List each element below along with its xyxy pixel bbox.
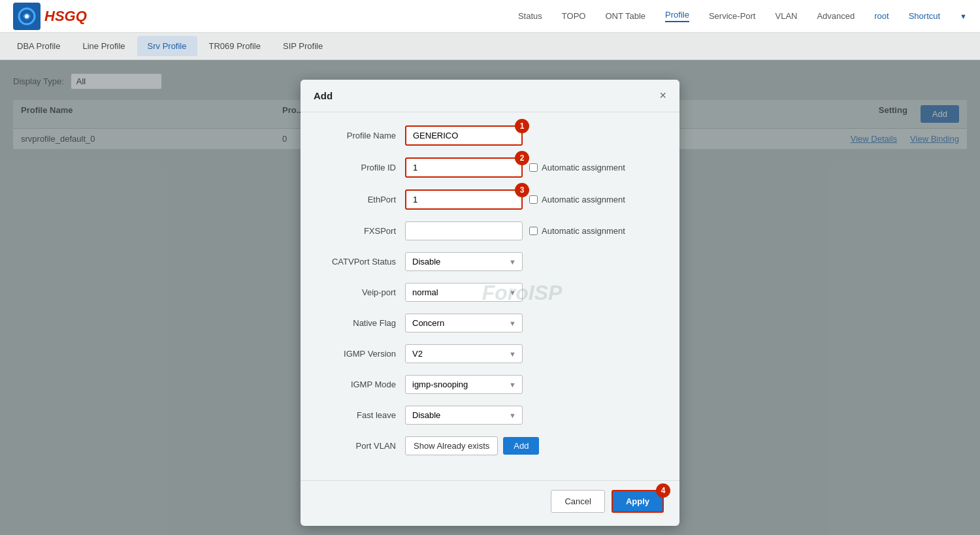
fxs-port-input[interactable] bbox=[405, 221, 523, 240]
veip-port-row: Veip-port normal other ▼ ForoISP bbox=[320, 283, 660, 302]
top-nav: HSGQ Status TOPO ONT Table Profile Servi… bbox=[0, 0, 980, 33]
step-badge-4: 4 bbox=[656, 483, 670, 498]
profile-id-wrapper: 2 bbox=[405, 157, 523, 178]
nav-links: Status TOPO ONT Table Profile Service-Po… bbox=[518, 10, 967, 22]
nav-arrow: ▼ bbox=[960, 12, 967, 20]
modal-body: Profile Name 1 Profile ID 2 Auto bbox=[301, 112, 679, 480]
profile-id-label: Profile ID bbox=[320, 163, 405, 172]
nav-profile[interactable]: Profile bbox=[665, 10, 689, 22]
igmp-mode-select[interactable]: igmp-snooping igmp-proxy igmp-host bbox=[405, 375, 523, 394]
logo-text: HSGQ bbox=[44, 8, 87, 25]
step-badge-1: 1 bbox=[515, 119, 529, 133]
eth-port-auto-group: Automatic assignment bbox=[529, 195, 625, 204]
catv-port-status-label: CATVPort Status bbox=[320, 257, 405, 267]
fast-leave-select[interactable]: Disable Enable bbox=[405, 406, 523, 425]
fxs-port-auto-checkbox[interactable] bbox=[529, 227, 538, 235]
fxs-port-auto-group: Automatic assignment bbox=[529, 226, 625, 236]
modal-overlay: Add × Profile Name 1 Profile ID bbox=[0, 60, 980, 535]
catv-port-status-select[interactable]: Disable Enable bbox=[405, 252, 523, 271]
veip-port-wrapper: normal other ▼ bbox=[405, 283, 523, 302]
igmp-mode-row: IGMP Mode igmp-snooping igmp-proxy igmp-… bbox=[320, 375, 660, 394]
eth-port-wrapper: 3 bbox=[405, 189, 523, 210]
fxs-port-auto-label: Automatic assignment bbox=[542, 226, 625, 236]
nav-root[interactable]: root bbox=[874, 11, 889, 21]
port-vlan-label: Port VLAN bbox=[320, 441, 405, 451]
tab-bar: DBA Profile Line Profile Srv Profile TR0… bbox=[0, 33, 980, 60]
profile-name-input[interactable] bbox=[405, 125, 523, 146]
modal-close-button[interactable]: × bbox=[659, 89, 666, 103]
profile-id-row: Profile ID 2 Automatic assignment bbox=[320, 157, 660, 178]
profile-id-auto-checkbox[interactable] bbox=[529, 163, 538, 172]
eth-port-label: EthPort bbox=[320, 195, 405, 204]
step-badge-3: 3 bbox=[515, 183, 529, 197]
tab-srv-profile[interactable]: Srv Profile bbox=[137, 36, 197, 56]
eth-port-input[interactable] bbox=[405, 189, 523, 210]
native-flag-label: Native Flag bbox=[320, 318, 405, 328]
port-vlan-controls: Show Already exists Add bbox=[405, 436, 539, 455]
eth-port-auto-label: Automatic assignment bbox=[542, 195, 625, 204]
modal-title: Add bbox=[314, 90, 333, 101]
profile-name-wrapper: 1 bbox=[405, 125, 523, 146]
profile-name-row: Profile Name 1 bbox=[320, 125, 660, 146]
veip-port-select[interactable]: normal other bbox=[405, 283, 523, 302]
tab-sip-profile[interactable]: SIP Profile bbox=[272, 36, 333, 56]
profile-id-input[interactable] bbox=[405, 157, 523, 178]
fxs-port-row: FXSPort Automatic assignment bbox=[320, 221, 660, 240]
tab-tr069-profile[interactable]: TR069 Profile bbox=[199, 36, 271, 56]
igmp-mode-label: IGMP Mode bbox=[320, 380, 405, 389]
port-vlan-row: Port VLAN Show Already exists Add bbox=[320, 436, 660, 455]
eth-port-row: EthPort 3 Automatic assignment bbox=[320, 189, 660, 210]
profile-id-auto-group: Automatic assignment bbox=[529, 163, 625, 172]
igmp-version-label: IGMP Version bbox=[320, 349, 405, 359]
tab-line-profile[interactable]: Line Profile bbox=[72, 36, 135, 56]
modal-footer: Cancel Apply 4 bbox=[301, 480, 679, 526]
veip-port-label: Veip-port bbox=[320, 287, 405, 297]
igmp-version-wrapper: V1 V2 V3 ▼ bbox=[405, 344, 523, 363]
native-flag-wrapper: Concern No Concern ▼ bbox=[405, 314, 523, 332]
eth-port-auto-checkbox[interactable] bbox=[529, 195, 538, 204]
fxs-port-label: FXSPort bbox=[320, 226, 405, 236]
profile-id-auto-label: Automatic assignment bbox=[542, 163, 625, 172]
nav-advanced[interactable]: Advanced bbox=[817, 11, 855, 21]
modal-dialog: Add × Profile Name 1 Profile ID bbox=[301, 80, 679, 526]
main-content: Display Type: All Profile Name Pro... Se… bbox=[0, 60, 980, 535]
native-flag-row: Native Flag Concern No Concern ▼ bbox=[320, 314, 660, 332]
nav-shortcut[interactable]: Shortcut bbox=[909, 11, 940, 21]
catv-port-status-row: CATVPort Status Disable Enable ▼ bbox=[320, 252, 660, 271]
native-flag-select[interactable]: Concern No Concern bbox=[405, 314, 523, 332]
logo-icon bbox=[13, 3, 41, 30]
profile-name-label: Profile Name bbox=[320, 131, 405, 140]
nav-ont-table[interactable]: ONT Table bbox=[605, 11, 645, 21]
igmp-version-row: IGMP Version V1 V2 V3 ▼ bbox=[320, 344, 660, 363]
fast-leave-row: Fast leave Disable Enable ▼ bbox=[320, 406, 660, 425]
fast-leave-wrapper: Disable Enable ▼ bbox=[405, 406, 523, 425]
igmp-version-select[interactable]: V1 V2 V3 bbox=[405, 344, 523, 363]
logo: HSGQ bbox=[13, 3, 87, 30]
cancel-button[interactable]: Cancel bbox=[551, 490, 604, 513]
nav-status[interactable]: Status bbox=[518, 11, 542, 21]
modal-header: Add × bbox=[301, 80, 679, 112]
fast-leave-label: Fast leave bbox=[320, 410, 405, 420]
nav-vlan[interactable]: VLAN bbox=[775, 11, 797, 21]
igmp-mode-wrapper: igmp-snooping igmp-proxy igmp-host ▼ bbox=[405, 375, 523, 394]
svg-point-1 bbox=[25, 14, 29, 18]
nav-topo[interactable]: TOPO bbox=[562, 11, 586, 21]
nav-service-port[interactable]: Service-Port bbox=[709, 11, 756, 21]
add-vlan-button[interactable]: Add bbox=[503, 437, 539, 455]
tab-dba-profile[interactable]: DBA Profile bbox=[7, 36, 71, 56]
catv-port-status-wrapper: Disable Enable ▼ bbox=[405, 252, 523, 271]
step-badge-2: 2 bbox=[515, 151, 529, 165]
show-already-exists-button[interactable]: Show Already exists bbox=[405, 436, 498, 455]
